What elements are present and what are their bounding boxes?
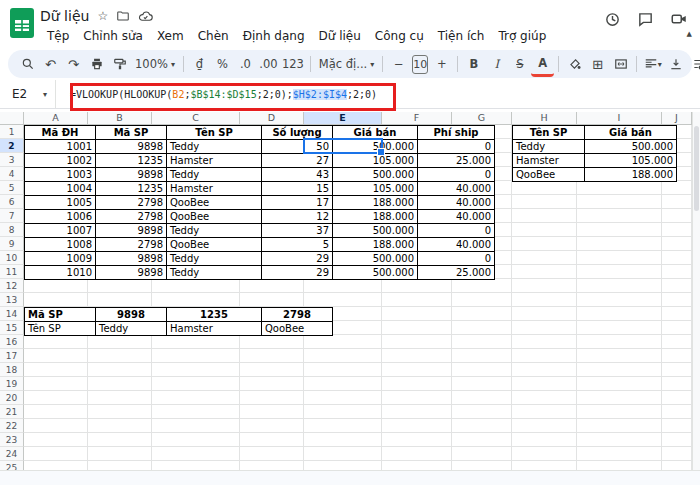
cell-B22[interactable]: [88, 419, 152, 433]
cell-A17[interactable]: [24, 349, 88, 363]
row-header-3[interactable]: 3: [0, 153, 24, 167]
cell-F3[interactable]: 25.000: [418, 154, 495, 168]
cell-B11[interactable]: 9898: [96, 266, 167, 280]
column-header-G[interactable]: G: [452, 112, 512, 125]
cell-A6[interactable]: 1005: [25, 196, 96, 210]
cell-C3[interactable]: Hamster: [167, 154, 262, 168]
cell-C21[interactable]: [152, 405, 240, 419]
cell-E17[interactable]: [304, 349, 382, 363]
cell-D18[interactable]: [240, 363, 304, 377]
cell-I11[interactable]: [577, 265, 662, 279]
cell-H25[interactable]: [512, 461, 577, 470]
cell-A18[interactable]: [24, 363, 88, 377]
menu-tools[interactable]: Công cụ: [368, 28, 431, 44]
cell-B10[interactable]: 9898: [96, 252, 167, 266]
cell-E22[interactable]: [304, 419, 382, 433]
cell-C14[interactable]: 1235: [167, 308, 262, 322]
cell-I25[interactable]: [577, 461, 662, 470]
row-header-11[interactable]: 11: [0, 265, 24, 279]
cell-I2[interactable]: 500.000: [585, 140, 677, 154]
cell-G22[interactable]: [452, 419, 512, 433]
cell-F20[interactable]: [382, 391, 452, 405]
cell-E23[interactable]: [304, 433, 382, 447]
cell-J23[interactable]: [662, 433, 692, 447]
cell-F18[interactable]: [382, 363, 452, 377]
cell-J8[interactable]: [662, 223, 692, 237]
cell-E10[interactable]: 500.000: [333, 252, 418, 266]
cell-C4[interactable]: Teddy: [167, 168, 262, 182]
font-size-input[interactable]: 10: [412, 55, 428, 74]
fill-color-button[interactable]: [563, 53, 586, 75]
cell-F5[interactable]: 40.000: [418, 182, 495, 196]
cell-F19[interactable]: [382, 377, 452, 391]
cell-E6[interactable]: 188.000: [333, 196, 418, 210]
cell-A5[interactable]: 1004: [25, 182, 96, 196]
cell-F9[interactable]: 40.000: [418, 238, 495, 252]
row-header-20[interactable]: 20: [0, 391, 24, 405]
cell-B12[interactable]: [88, 279, 152, 293]
cell-I15[interactable]: [577, 321, 662, 335]
cell-H16[interactable]: [512, 335, 577, 349]
cell-E7[interactable]: 188.000: [333, 210, 418, 224]
text-color-button[interactable]: A: [531, 52, 554, 77]
strikethrough-button[interactable]: S: [508, 53, 531, 75]
cell-C8[interactable]: Teddy: [167, 224, 262, 238]
cell-E4[interactable]: 500.000: [333, 168, 418, 182]
cell-A9[interactable]: 1008: [25, 238, 96, 252]
row-header-13[interactable]: 13: [0, 293, 24, 307]
cell-J21[interactable]: [662, 405, 692, 419]
cell-I8[interactable]: [577, 223, 662, 237]
cell-G18[interactable]: [452, 363, 512, 377]
cell-F1[interactable]: Phí ship: [418, 126, 495, 140]
cell-B16[interactable]: [88, 335, 152, 349]
bold-button[interactable]: B: [462, 53, 485, 75]
cell-H10[interactable]: [512, 251, 577, 265]
menu-view[interactable]: Xem: [150, 28, 191, 44]
cell-D11[interactable]: 29: [262, 266, 333, 280]
cell-C13[interactable]: [152, 293, 240, 307]
cell-F7[interactable]: 40.000: [418, 210, 495, 224]
cell-A22[interactable]: [24, 419, 88, 433]
cell-E9[interactable]: 188.000: [333, 238, 418, 252]
cell-A16[interactable]: [24, 335, 88, 349]
cell-C17[interactable]: [152, 349, 240, 363]
cell-F23[interactable]: [382, 433, 452, 447]
cell-H19[interactable]: [512, 377, 577, 391]
menu-extensions[interactable]: Tiện ích: [431, 28, 492, 44]
cell-B5[interactable]: 1235: [96, 182, 167, 196]
cell-D1[interactable]: Số lượng: [262, 126, 333, 140]
menu-data[interactable]: Dữ liệu: [312, 28, 368, 44]
cell-I16[interactable]: [577, 335, 662, 349]
cell-D10[interactable]: 29: [262, 252, 333, 266]
cell-C23[interactable]: [152, 433, 240, 447]
cell-D25[interactable]: [240, 461, 304, 470]
cell-J22[interactable]: [662, 419, 692, 433]
cell-E11[interactable]: 500.000: [333, 266, 418, 280]
cell-D14[interactable]: 2798: [262, 308, 333, 322]
cell-C15[interactable]: Hamster: [167, 322, 262, 336]
star-icon[interactable]: ☆: [97, 9, 108, 23]
cell-J25[interactable]: [662, 461, 692, 470]
cell-I7[interactable]: [577, 209, 662, 223]
cell-I6[interactable]: [577, 195, 662, 209]
cell-H11[interactable]: [512, 265, 577, 279]
currency-format-button[interactable]: ₫: [188, 53, 211, 75]
column-header-J[interactable]: J: [662, 112, 692, 125]
cell-H13[interactable]: [512, 293, 577, 307]
cell-B4[interactable]: 9898: [96, 168, 167, 182]
cell-B1[interactable]: Mã SP: [96, 126, 167, 140]
row-header-21[interactable]: 21: [0, 405, 24, 419]
cell-F13[interactable]: [382, 293, 452, 307]
cell-E25[interactable]: [304, 461, 382, 470]
cell-G24[interactable]: [452, 447, 512, 461]
row-header-4[interactable]: 4: [0, 167, 24, 181]
cell-I17[interactable]: [577, 349, 662, 363]
vertical-align-button[interactable]: [664, 53, 687, 75]
menu-help[interactable]: Trợ giúp: [491, 28, 553, 44]
cell-C9[interactable]: QooBee: [167, 238, 262, 252]
text-wrap-button[interactable]: [687, 53, 700, 75]
cell-J6[interactable]: [662, 195, 692, 209]
cell-G12[interactable]: [452, 279, 512, 293]
cell-B17[interactable]: [88, 349, 152, 363]
undo-button[interactable]: ↶: [39, 53, 62, 75]
